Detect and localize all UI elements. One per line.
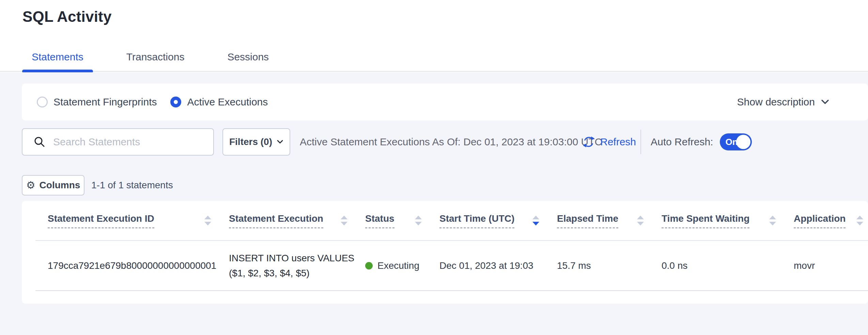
results-count: 1-1 of 1 statements (91, 180, 173, 191)
auto-refresh-label: Auto Refresh: (651, 136, 713, 148)
tab-statements[interactable]: Statements (22, 47, 93, 71)
tab-label: Statements (32, 51, 83, 62)
show-description-label: Show description (737, 96, 815, 108)
cell-start-time: Dec 01, 2023 at 19:03 (439, 241, 557, 291)
cell-time-spent-waiting: 0.0 ns (662, 241, 794, 291)
table-header-row: Statement Execution ID Statement Executi… (35, 201, 868, 241)
refresh-label: Refresh (600, 136, 636, 148)
sql-activity-page: SQL Activity Statements Transactions Ses… (0, 0, 868, 335)
tab-sessions[interactable]: Sessions (218, 47, 278, 71)
content-area: Statement Fingerprints Active Executions… (0, 72, 868, 335)
filters-label: Filters (0) (229, 136, 272, 147)
page-header: SQL Activity Statements Transactions Ses… (0, 0, 868, 72)
statements-table: Statement Execution ID Statement Executi… (35, 201, 868, 291)
radio-label: Active Executions (187, 96, 268, 108)
as-of-text: Active Statement Executions As Of: Dec 0… (300, 128, 602, 156)
tab-bar: Statements Transactions Sessions (0, 47, 868, 72)
columns-label: Columns (40, 180, 80, 191)
sort-icon[interactable] (856, 216, 863, 225)
table-controls: ⚙ Columns 1-1 of 1 statements (0, 175, 868, 195)
radio-option-active-executions[interactable]: Active Executions (170, 96, 268, 108)
search-box (22, 128, 214, 156)
tab-transactions[interactable]: Transactions (117, 47, 194, 71)
auto-refresh-control: Auto Refresh: On (651, 128, 752, 156)
gear-icon: ⚙ (26, 180, 35, 190)
toggle-state-label: On (725, 137, 738, 147)
column-header-time-spent-waiting[interactable]: Time Spent Waiting (662, 213, 749, 228)
column-header-statement-execution[interactable]: Statement Execution (229, 213, 323, 228)
column-header-application[interactable]: Application (794, 213, 846, 228)
toolbar: Filters (0) Active Statement Executions … (0, 128, 868, 156)
auto-refresh-toggle[interactable]: On (720, 133, 752, 150)
sort-icon[interactable] (341, 216, 347, 225)
cell-elapsed-time: 15.7 ms (557, 241, 662, 291)
cell-application: movr (794, 241, 868, 291)
show-description-toggle[interactable]: Show description (737, 96, 829, 108)
status-dot-icon (365, 262, 373, 270)
toggle-knob (736, 135, 750, 149)
column-header-status[interactable]: Status (365, 213, 394, 228)
sort-icon[interactable] (532, 216, 539, 225)
search-input[interactable] (53, 136, 203, 148)
sort-icon[interactable] (769, 216, 776, 225)
radio-option-statement-fingerprints[interactable]: Statement Fingerprints (37, 96, 157, 108)
refresh-button[interactable]: Refresh (582, 128, 636, 156)
sort-icon[interactable] (204, 216, 211, 225)
cell-statement-execution[interactable]: INSERT INTO users VALUES ($1, $2, $3, $4… (229, 251, 365, 280)
radio-label: Statement Fingerprints (53, 96, 157, 108)
sort-icon[interactable] (415, 216, 422, 225)
status-label: Executing (377, 260, 419, 271)
tab-label: Transactions (126, 51, 185, 62)
column-header-start-time[interactable]: Start Time (UTC) (439, 213, 514, 228)
chevron-down-icon (821, 99, 829, 105)
columns-button[interactable]: ⚙ Columns (22, 175, 84, 195)
column-header-elapsed-time[interactable]: Elapsed Time (557, 213, 618, 228)
cell-statement-execution-id[interactable]: 179cca7921e679b80000000000000001 (35, 241, 229, 291)
page-title: SQL Activity (22, 8, 112, 25)
view-mode-card: Statement Fingerprints Active Executions… (22, 84, 868, 120)
radio-icon[interactable] (37, 97, 48, 107)
filters-button[interactable]: Filters (0) (222, 128, 290, 156)
divider (640, 130, 641, 154)
statements-table-card: Statement Execution ID Statement Executi… (22, 201, 868, 304)
tab-label: Sessions (227, 51, 269, 62)
radio-icon[interactable] (170, 97, 181, 107)
cell-status: Executing (365, 260, 439, 271)
refresh-icon (582, 135, 595, 149)
column-header-statement-execution-id[interactable]: Statement Execution ID (48, 213, 154, 228)
sort-icon[interactable] (637, 216, 644, 225)
chevron-down-icon (277, 140, 283, 144)
table-row[interactable]: 179cca7921e679b80000000000000001 INSERT … (35, 241, 868, 291)
search-icon (33, 136, 46, 148)
